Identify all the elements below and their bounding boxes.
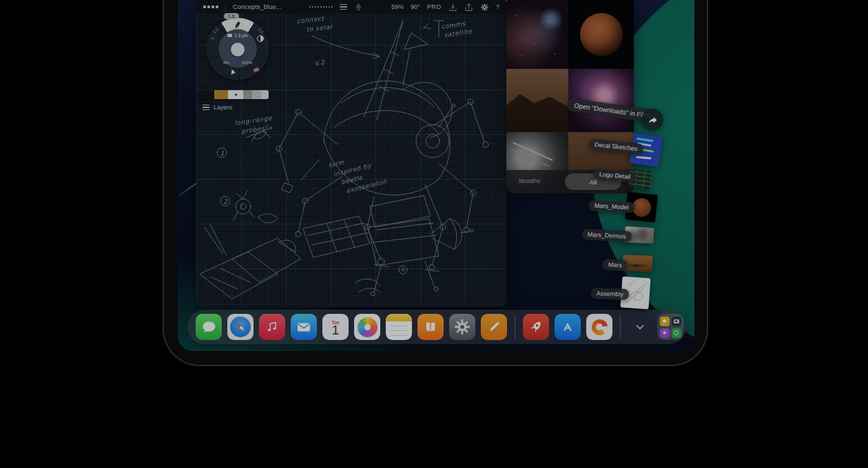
annotation-comms-1: comms	[441, 20, 466, 30]
concepts-app-window: connect to solar comms satellite V.2 lon…	[196, 0, 506, 307]
app-library-mini-camera	[672, 317, 681, 326]
export-share-icon[interactable]	[464, 3, 473, 12]
contrast-half-icon[interactable]	[257, 35, 264, 42]
pen-nib-icon[interactable]	[354, 3, 363, 12]
drop-forward-icon[interactable]	[641, 109, 663, 131]
mars-sphere	[580, 13, 623, 56]
stroke-width-readout: 1.6 pts	[227, 33, 248, 38]
texture-icon[interactable]: ≈	[211, 36, 214, 41]
gallery-grid-icon[interactable]	[203, 6, 218, 8]
color-swatch-gray[interactable]	[243, 90, 252, 99]
help-button[interactable]: ?	[496, 3, 499, 10]
dock-app-notes[interactable]	[386, 314, 412, 340]
annotation-mark-1: 1	[220, 150, 225, 157]
dock-app-books[interactable]	[417, 314, 444, 340]
stroke-chip-icon	[227, 34, 232, 37]
dock-app-rocket[interactable]	[523, 314, 549, 340]
annotation-mark-2: 2	[224, 198, 229, 205]
dock-app-pages[interactable]	[481, 314, 507, 340]
tab-months[interactable]: Months	[519, 177, 540, 184]
wheel-knob[interactable]	[231, 43, 245, 56]
dock-app-music[interactable]	[259, 314, 285, 340]
layers-label: Layers	[214, 104, 232, 111]
annotation-probes-1: long-range	[234, 114, 273, 127]
dock-app-library[interactable]: ★	[657, 314, 683, 340]
zoom-level[interactable]: 59%	[391, 3, 404, 10]
drag-label-mars[interactable]: Mars	[603, 257, 628, 271]
dock-app-mail[interactable]	[291, 314, 317, 340]
dock: Tue 1	[187, 310, 686, 344]
toolbar-divider	[225, 3, 226, 11]
annotation-comms-2: satellite	[444, 28, 473, 39]
screenshot-stage: connect to solar comms satellite V.2 lon…	[0, 0, 868, 468]
annotation-probes-2: probes!	[241, 125, 268, 135]
opacity-max-label: 100%	[242, 61, 252, 65]
dock-chevron-down-icon[interactable]	[630, 314, 650, 340]
opacity-min-label: 0%	[223, 61, 229, 65]
color-swatch-palegray[interactable]	[261, 90, 269, 99]
dock-divider	[515, 315, 515, 339]
brush-size-tag: 1.6	[224, 13, 239, 19]
app-library-mini-ring	[672, 328, 681, 338]
layers-button[interactable]: Layers	[203, 103, 232, 111]
precision-grid-icon[interactable]	[309, 6, 333, 8]
ipad-screen: connect to solar comms satellite V.2 lon…	[178, 0, 694, 351]
annotation-connect-2: to solar	[306, 23, 333, 33]
dock-app-messages[interactable]	[196, 314, 222, 340]
concepts-toolbar: Concepts_blue... 59% 90° PRO	[196, 0, 506, 14]
annotation-beetle-2: inspired by	[333, 162, 373, 178]
selected-color-dot	[235, 94, 237, 96]
photo-thumbnail-mars-globe[interactable]	[568, 0, 634, 69]
pro-badge[interactable]: PRO	[427, 3, 442, 10]
drag-label-mars-model[interactable]: Mars_Model	[589, 198, 634, 213]
dock-app-calendar[interactable]: Tue 1	[322, 314, 349, 340]
calendar-day: 1	[332, 325, 340, 336]
annotation-beetle-1: form	[328, 158, 345, 169]
layers-icon	[203, 103, 209, 111]
tool-wheel-center[interactable]: 1.6 pts 0% 100%	[218, 30, 257, 68]
color-swatch-black[interactable]	[199, 90, 214, 99]
dock-app-safari[interactable]	[227, 314, 254, 340]
fill-tool-icon[interactable]	[231, 70, 236, 76]
safari-compass	[230, 317, 251, 337]
menu-lines-icon[interactable]	[340, 3, 347, 12]
star-dots	[506, 0, 507, 1]
color-swatch-lightgray[interactable]	[252, 90, 261, 99]
settings-gear-icon[interactable]	[480, 3, 489, 12]
annotation-version: V.2	[314, 58, 327, 67]
concepts-c-swirl	[592, 319, 608, 335]
color-swatch-white-selected[interactable]	[228, 90, 243, 99]
color-palette-strip[interactable]	[199, 90, 269, 99]
annotation-beetle-3: beetle	[340, 173, 364, 186]
tool-wheel[interactable]: 1.3 3.5 1.6 pts 0% 100% ≈	[207, 18, 269, 80]
photo-thumbnail-mars-landscape[interactable]	[506, 69, 568, 132]
drag-label-assembly[interactable]: Assembly	[591, 286, 630, 300]
document-title[interactable]: Concepts_blue...	[233, 3, 282, 10]
rotation-angle[interactable]: 90°	[411, 3, 420, 10]
app-library-mini-yellow	[660, 317, 670, 326]
app-library-mini-star: ★	[660, 328, 670, 338]
notes-yellow-band	[386, 314, 412, 321]
photos-flower-icon	[358, 317, 378, 337]
annotation-connect-1: connect	[296, 15, 325, 25]
drag-label-mars-deimos[interactable]: Mars_Deimos	[582, 226, 632, 242]
dock-app-app-store[interactable]	[555, 314, 581, 340]
dock-app-concepts[interactable]	[586, 314, 612, 340]
dock-divider	[620, 315, 621, 339]
import-icon[interactable]	[448, 3, 457, 12]
color-swatch-gold[interactable]	[214, 90, 228, 99]
annotation-beetle-4: exoskeleton	[346, 178, 388, 194]
dock-app-photos[interactable]	[354, 314, 380, 340]
photo-thumbnail-nebula[interactable]	[506, 0, 568, 69]
dock-app-settings[interactable]	[449, 314, 475, 340]
